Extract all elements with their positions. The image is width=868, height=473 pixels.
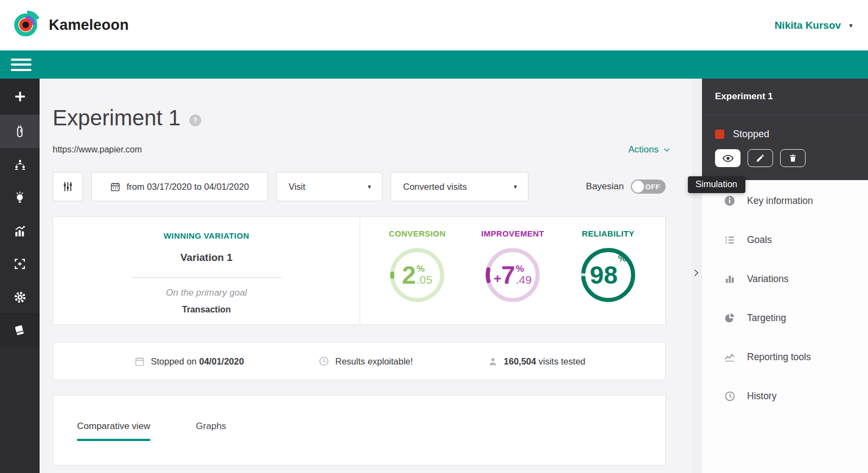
actions-dropdown[interactable]: Actions xyxy=(628,144,671,155)
bar-chart-icon xyxy=(724,273,736,284)
filter-settings-button[interactable] xyxy=(53,172,83,201)
simulation-eye-button[interactable] xyxy=(715,149,741,167)
results-exploitable-info: Results exploitable! xyxy=(318,356,413,367)
chevron-right-icon xyxy=(691,267,701,278)
improvement-gauge: IMPROVEMENT + 7 % xyxy=(481,229,544,324)
calendar-icon xyxy=(135,356,145,367)
kameleoon-logo-icon xyxy=(13,10,41,41)
simulation-tooltip: Simulation xyxy=(688,176,745,193)
sidebar-item-personalization[interactable] xyxy=(0,247,40,280)
menu-item-goals[interactable]: Goals xyxy=(702,220,868,259)
toggle-state: OFF xyxy=(646,183,666,191)
primary-goal-subtitle: On the primary goal xyxy=(166,287,247,298)
bayesian-label: Bayesian xyxy=(586,181,624,192)
brand-name: Kameleoon xyxy=(49,17,129,34)
visit-select[interactable]: Visit ▼ xyxy=(276,172,382,201)
hamburger-menu-icon[interactable] xyxy=(11,55,31,74)
sidebar-item-experiments[interactable] xyxy=(0,114,40,148)
kameleoon-dashboard: Kameleoon Nikita Kursov ▼ xyxy=(0,0,868,473)
pie-chart-icon xyxy=(724,312,736,323)
trash-icon xyxy=(788,154,797,163)
left-sidebar xyxy=(0,79,40,473)
experiment-url: https://www.papier.com xyxy=(53,145,142,155)
status-stopped-icon xyxy=(715,130,724,139)
eye-icon xyxy=(722,152,734,164)
chevron-down-icon xyxy=(662,145,671,154)
nav-bar xyxy=(0,50,868,79)
page-title: Experiment 1 xyxy=(53,106,181,130)
sliders-icon xyxy=(62,181,74,193)
menu-item-targeting[interactable]: Targeting xyxy=(702,298,868,337)
collapse-panel-button[interactable] xyxy=(690,266,703,279)
pencil-icon xyxy=(756,154,765,163)
scrollbar-track[interactable] xyxy=(693,79,701,473)
clock-icon xyxy=(724,391,736,402)
sidebar-item-docs[interactable] xyxy=(0,314,40,347)
caret-down-icon: ▼ xyxy=(367,184,372,190)
clock-icon xyxy=(318,356,329,367)
reliability-gauge: RELIABILITY 98 % xyxy=(578,229,639,324)
sidebar-item-settings[interactable] xyxy=(0,280,40,314)
lightbulb-icon xyxy=(13,191,27,204)
sidebar-item-ideas[interactable] xyxy=(0,181,40,214)
info-icon xyxy=(724,195,736,207)
conversion-gauge: CONVERSION 2 % .05 xyxy=(387,229,448,324)
list-icon xyxy=(724,234,736,246)
tab-comparative-view[interactable]: Comparative view xyxy=(77,421,150,465)
status-info-bar: Stopped on 04/01/2020 Results exploitabl… xyxy=(53,342,666,380)
top-header: Kameleoon Nikita Kursov ▼ xyxy=(0,0,868,50)
line-chart-icon xyxy=(724,351,736,363)
bayesian-toggle[interactable]: OFF xyxy=(631,180,666,194)
user-menu[interactable]: Nikita Kursov ▼ xyxy=(775,20,854,31)
user-name: Nikita Kursov xyxy=(775,20,841,31)
date-range-picker[interactable]: from 03/17/2020 to 04/01/2020 xyxy=(91,172,268,201)
toggle-knob xyxy=(632,181,644,193)
brand[interactable]: Kameleoon xyxy=(13,10,129,41)
menu-item-reporting-tools[interactable]: Reporting tools xyxy=(702,337,868,376)
calendar-icon xyxy=(110,182,120,192)
goal-select[interactable]: Converted visits ▼ xyxy=(391,172,528,201)
gear-icon xyxy=(13,290,27,304)
primary-goal-name: Transaction xyxy=(182,305,231,315)
main-content: Experiment 1 ? https://www.papier.com Ac… xyxy=(40,79,701,473)
sidebar-item-analytics[interactable] xyxy=(0,214,40,247)
personalization-icon xyxy=(13,257,27,271)
analytics-icon xyxy=(13,224,27,238)
delete-button[interactable] xyxy=(780,149,806,167)
sidebar-item-audiences[interactable] xyxy=(0,148,40,181)
status-label: Stopped xyxy=(733,129,769,140)
docs-icon xyxy=(13,324,27,337)
winning-variation-heading: WINNING VARIATION xyxy=(164,231,250,240)
experiments-icon xyxy=(13,125,27,138)
chevron-down-icon: ▼ xyxy=(848,22,854,29)
help-icon[interactable]: ? xyxy=(189,114,201,126)
winning-variation-name: Variation 1 xyxy=(180,252,232,264)
menu-item-history[interactable]: History xyxy=(702,376,868,416)
panel-title: Experiment 1 xyxy=(702,79,868,115)
results-summary-card: WINNING VARIATION Variation 1 On the pri… xyxy=(53,216,666,325)
sidebar-item-new[interactable] xyxy=(0,79,40,114)
menu-item-variations[interactable]: Variations xyxy=(702,259,868,298)
audiences-icon xyxy=(13,158,27,172)
person-icon xyxy=(488,356,498,367)
edit-button[interactable] xyxy=(748,149,773,167)
visits-tested-info: 160,504 visits tested xyxy=(488,356,585,367)
caret-down-icon: ▼ xyxy=(513,184,518,190)
date-range-value: from 03/17/2020 to 04/01/2020 xyxy=(126,182,249,192)
views-tabs-card: Comparative view Graphs xyxy=(53,395,666,465)
tab-graphs[interactable]: Graphs xyxy=(196,421,226,465)
panel-menu: Key information Goals xyxy=(702,180,868,416)
experiment-side-panel: Experiment 1 Stopped xyxy=(701,79,868,473)
stopped-date-info: Stopped on 04/01/2020 xyxy=(135,356,244,367)
plus-icon xyxy=(14,90,27,103)
divider xyxy=(131,277,282,278)
